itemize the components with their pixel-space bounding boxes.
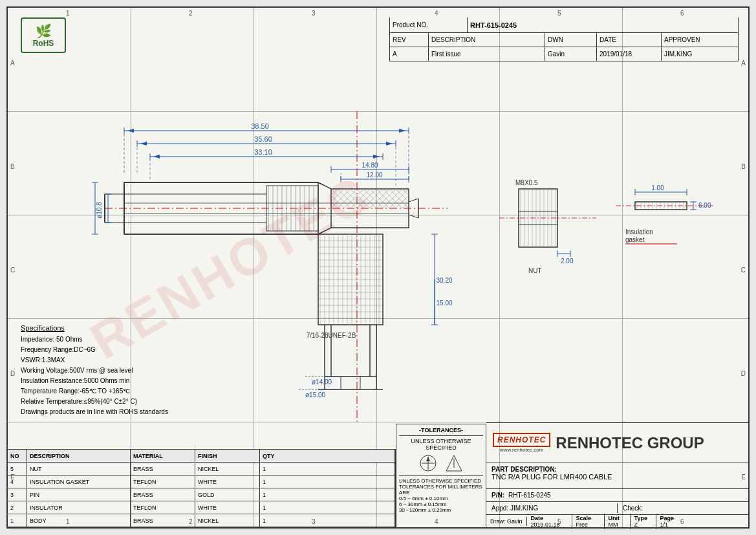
svg-marker-99 [399, 129, 405, 133]
tolerance-unless: UNLESS OTHERWISE [399, 438, 483, 444]
appd-cell: Appd: JIM.KING [486, 503, 618, 513]
draw-label: Draw: [490, 518, 506, 525]
grid-row-label-rb: B [741, 163, 746, 170]
product-no-value: RHT-615-0245 [468, 17, 739, 32]
grid-row-label-b: B [10, 163, 15, 170]
svg-text:30.20: 30.20 [436, 277, 452, 284]
grid-row-label-rc: C [741, 267, 746, 274]
rohs-logo: 🌿 RoHS [21, 17, 66, 53]
bom-no-2: 2 [8, 501, 27, 514]
bom-desc-2: INSULATOR [27, 501, 131, 514]
date-hdr: Date [531, 515, 568, 521]
rohs-leaf-icon: 🌿 [36, 23, 52, 39]
approven-value: JIM.KING [662, 47, 739, 61]
svg-text:14.80: 14.80 [362, 162, 378, 169]
spec-line-1: Frequency Range:DC~6G [21, 345, 266, 355]
spec-line-0: Impedance: 50 Ohms [21, 334, 266, 345]
spec-line-3: Working Voltage:500V rms @ sea level [21, 366, 266, 376]
svg-text:33.10: 33.10 [254, 148, 272, 156]
svg-marker-113 [373, 155, 380, 158]
bom-mat-3: BRASS [131, 488, 195, 501]
tolerance-symbol-2 [444, 453, 464, 473]
type-val: Z [634, 521, 652, 528]
type-cell: Type Z [631, 514, 656, 529]
dwn-value: Gavin [545, 47, 597, 61]
unit-hdr: Unit [609, 515, 626, 521]
tolerance-t2: 6 ~ 30mm ± 0.15mm [399, 501, 483, 507]
grid-row-label-rd: D [741, 370, 746, 377]
renhotec-logo-block: RENHOTEC www.renhotec.com RENHOTEC GROUP [486, 422, 748, 463]
grid-row-label-ra: A [741, 60, 746, 67]
grid-num-4: 4 [435, 10, 438, 17]
spec-line-6: Relative Temperature:≤95%(40° C±2° C) [21, 397, 266, 407]
unit-cell: Unit MM [605, 514, 631, 529]
scale-cell: Scale Free [572, 514, 605, 529]
part-desc-label: PART DESCRIPTION: [491, 466, 743, 473]
appd-value: JIM.KING [510, 505, 538, 512]
bom-row-3: 3 PIN BRASS GOLD 1 [8, 488, 395, 501]
header-block: Product NO. RHT-615-0245 REV DESCRIPTION… [389, 17, 739, 61]
draw-cell: Draw: Gavin [486, 517, 527, 526]
bom-desc-3: PIN [27, 488, 131, 501]
bom-row-2: 2 INSULATOR TEFLON WHITE 1 [8, 501, 395, 514]
svg-marker-112 [153, 155, 160, 158]
grid-num-2: 2 [189, 10, 193, 17]
bom-mat-1: BRASS [131, 514, 195, 527]
check-cell: Check: [618, 503, 748, 513]
svg-text:M8X0.5: M8X0.5 [515, 179, 538, 186]
scale-val: Free [576, 521, 600, 528]
bottom-info-row: Draw: Gavin Date 2019.01.18 Scale Free U… [486, 514, 748, 527]
svg-marker-106 [140, 142, 147, 146]
approven-label: APPROVEN [662, 33, 739, 47]
svg-line-57 [409, 215, 418, 218]
svg-text:38.50: 38.50 [251, 122, 269, 130]
bom-mat-4: TEFLON [131, 475, 195, 488]
bom-qty-4: 1 [260, 475, 395, 488]
page-hdr: Page [660, 515, 744, 521]
desc-value: First issue [429, 47, 545, 61]
bom-desc-4: INSULATION GASKET [27, 475, 131, 488]
bom-mat-2: TEFLON [131, 501, 195, 514]
bom-no-4: 4 [8, 475, 27, 488]
tolerance-specified: SPECIFIED [399, 444, 483, 451]
pn-row: P/N: RHT-615-0245 [486, 488, 748, 501]
description-label: DESCRIPTION [429, 33, 545, 47]
svg-text:gasket: gasket [625, 236, 645, 243]
tolerance-block: -TOLERANCES- UNLESS OTHERWISE SPECIFIED … [396, 424, 486, 527]
renhotec-logo-text: RENHOTEC [493, 433, 550, 447]
rohs-text: RoHS [33, 39, 54, 48]
bom-qty-5: 1 [260, 463, 395, 475]
draw-value: Gavin [507, 518, 523, 525]
page-cell: Page 1/1 [656, 514, 748, 529]
grid-num-3: 3 [312, 10, 316, 17]
appd-label: Appd: [491, 505, 508, 512]
grid-num-1: 1 [66, 10, 70, 17]
grid-num-5: 5 [557, 10, 561, 17]
dwn-label: DWN [545, 33, 597, 47]
bom-row-4: 4 INSULATION GASKET TEFLON WHITE 1 [8, 475, 395, 488]
renhotec-company-name: RENHOTEC GROUP [556, 434, 704, 452]
unit-val: MM [609, 521, 626, 528]
svg-text:7/16-28UNEF-2B: 7/16-28UNEF-2B [307, 332, 356, 339]
bom-row-5: 5 NUT BRASS NICKEL 1 [8, 463, 395, 475]
spec-line-2: VSWR:1.3MAX [21, 355, 266, 366]
bom-mat-5: BRASS [131, 463, 195, 475]
pn-label: P/N: [491, 492, 504, 499]
spec-line-5: Temperature Range:-65℃ TO +165℃ [21, 386, 266, 397]
svg-line-56 [409, 199, 418, 202]
svg-text:ø14.00: ø14.00 [312, 378, 332, 386]
date-value: 2019/01/18 [597, 47, 662, 61]
insulation-detail: 1.00 6.00 Insulation gasket [616, 182, 719, 312]
bom-fin-5: NICKEL [195, 463, 260, 475]
tolerance-t1: 0.5 ~ 6mm ± 0.10mm [399, 496, 483, 501]
bom-qty-2: 1 [260, 501, 395, 514]
bom-desc-5: NUT [27, 463, 131, 475]
svg-text:15.00: 15.00 [436, 300, 452, 307]
svg-text:35.60: 35.60 [254, 135, 272, 143]
svg-marker-107 [386, 142, 393, 146]
grid-num-6: 6 [680, 10, 684, 17]
nut-detail: M8X0.5 2.00 NUT [499, 176, 603, 305]
bom-fin-1: NICKEL [195, 514, 260, 527]
svg-text:ø10.8: ø10.8 [96, 202, 103, 219]
bom-header-desc: DESCRIPTION [27, 450, 131, 462]
